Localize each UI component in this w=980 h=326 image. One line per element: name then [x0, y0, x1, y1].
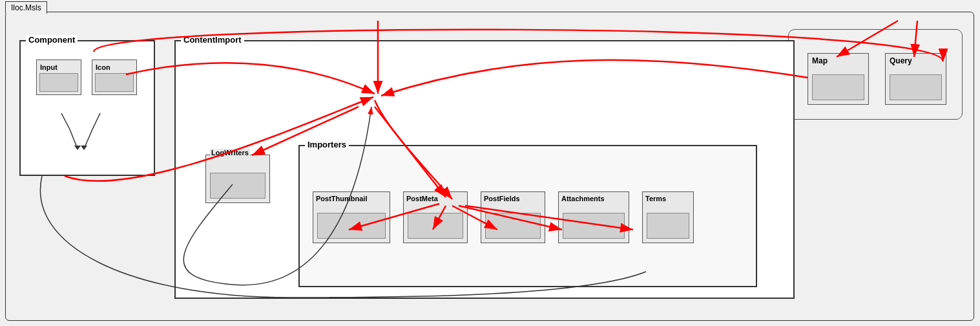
input-node: Input	[36, 60, 81, 95]
query-box: Query	[885, 53, 946, 105]
importers-label: Importers	[305, 140, 349, 149]
post-fields-label: PostFields	[484, 195, 520, 202]
component-box-label: Component	[26, 35, 78, 45]
main-container: Iloc.Msls Component Input Icon Map Query…	[0, 0, 980, 326]
importers-box: Importers PostThumbnail PostMeta PostFie…	[298, 145, 757, 287]
input-node-inner	[39, 73, 78, 92]
tab-label[interactable]: Iloc.Msls	[5, 1, 47, 14]
content-import-label: ContentImport	[181, 35, 244, 45]
component-box: Component Input Icon	[19, 40, 155, 176]
terms-label: Terms	[645, 195, 666, 202]
icon-node-inner	[95, 73, 134, 92]
icon-node: Icon	[92, 60, 137, 95]
content-import-box: ContentImport LogWriters Importers PostT…	[174, 40, 795, 299]
terms-inner	[647, 213, 689, 239]
attachments-inner	[563, 213, 625, 239]
input-node-label: Input	[40, 63, 57, 71]
attachments-node: Attachments	[558, 191, 629, 243]
map-inner	[812, 74, 864, 100]
post-meta-label: PostMeta	[406, 195, 438, 202]
log-writers-label: LogWriters	[210, 149, 250, 157]
query-inner	[890, 74, 942, 100]
post-fields-node: PostFields	[481, 191, 545, 243]
terms-node: Terms	[642, 191, 694, 243]
post-meta-node: PostMeta	[403, 191, 468, 243]
log-writers-inner	[210, 173, 266, 199]
post-thumbnail-inner	[317, 213, 386, 239]
icon-node-label: Icon	[96, 63, 110, 71]
map-box: Map	[808, 53, 869, 105]
post-meta-inner	[408, 213, 463, 239]
query-label: Query	[890, 56, 912, 65]
post-thumbnail-label: PostThumbnail	[316, 195, 367, 202]
post-thumbnail-node: PostThumbnail	[313, 191, 390, 243]
post-fields-inner	[485, 213, 541, 239]
attachments-label: Attachments	[561, 195, 605, 202]
map-label: Map	[812, 56, 828, 65]
log-writers-box: LogWriters	[205, 155, 270, 203]
